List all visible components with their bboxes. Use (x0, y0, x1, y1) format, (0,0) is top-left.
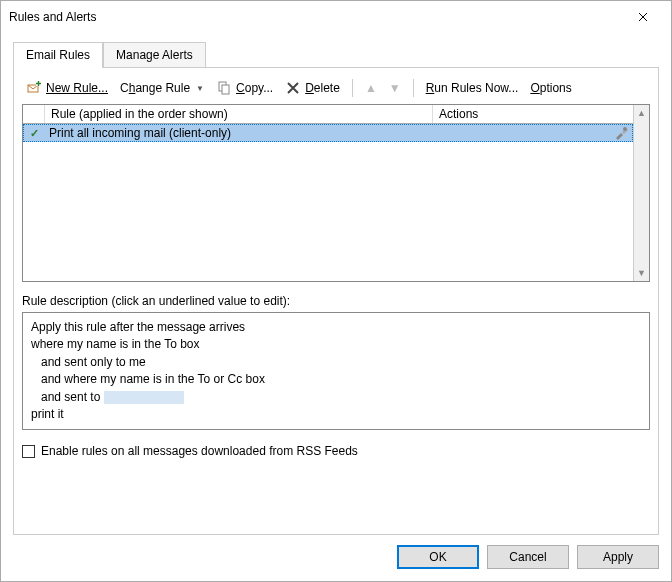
cancel-button[interactable]: Cancel (487, 545, 569, 569)
sent-to-value-link[interactable] (104, 391, 184, 404)
svg-point-4 (623, 127, 627, 131)
change-rule-label: Change Rule (120, 81, 190, 95)
rss-checkbox-label: Enable rules on all messages downloaded … (41, 444, 358, 458)
description-line: and sent to (31, 389, 641, 406)
run-rules-now-label: Run Rules Now... (426, 81, 519, 95)
column-header-actions[interactable]: Actions (433, 105, 633, 123)
rules-list: Rule (applied in the order shown) Action… (22, 104, 650, 282)
delete-button[interactable]: Delete (281, 78, 344, 98)
copy-label: Copy... (236, 81, 273, 95)
description-label: Rule description (click an underlined va… (22, 294, 650, 308)
copy-icon (216, 80, 232, 96)
rules-list-header: Rule (applied in the order shown) Action… (23, 105, 633, 124)
tab-label: Email Rules (26, 48, 90, 62)
scroll-up-icon[interactable]: ▲ (634, 105, 649, 121)
new-rule-icon (26, 80, 42, 96)
ok-button[interactable]: OK (397, 545, 479, 569)
run-rules-now-button[interactable]: Run Rules Now... (422, 79, 523, 97)
scroll-down-icon[interactable]: ▼ (634, 265, 649, 281)
email-rules-panel: New Rule... Change Rule ▼ Copy... De (13, 67, 659, 535)
toolbar-separator (352, 79, 353, 97)
new-rule-label: New Rule... (46, 81, 108, 95)
scrollbar[interactable]: ▲ ▼ (633, 105, 649, 281)
tabstrip: Email Rules Manage Alerts (13, 42, 659, 68)
rules-list-rows: ✓ Print all incoming mail (client-only) (23, 124, 633, 281)
button-label: Apply (603, 550, 633, 564)
close-button[interactable] (623, 3, 663, 31)
new-rule-button[interactable]: New Rule... (22, 78, 112, 98)
dialog-content: Email Rules Manage Alerts New Rule... Ch… (1, 33, 671, 535)
move-up-button[interactable]: ▲ (361, 79, 381, 97)
rules-and-alerts-dialog: Rules and Alerts Email Rules Manage Aler… (0, 0, 672, 582)
titlebar: Rules and Alerts (1, 1, 671, 33)
dialog-footer: OK Cancel Apply (1, 535, 671, 581)
tab-label: Manage Alerts (116, 48, 193, 62)
description-line: and where my name is in the To or Cc box (31, 371, 641, 388)
description-box: Apply this rule after the message arrive… (22, 312, 650, 430)
description-line: Apply this rule after the message arrive… (31, 319, 641, 336)
options-label: Options (530, 81, 571, 95)
column-header-check[interactable] (23, 105, 45, 123)
rss-checkbox-row: Enable rules on all messages downloaded … (22, 444, 650, 458)
delete-label: Delete (305, 81, 340, 95)
button-label: Cancel (509, 550, 546, 564)
toolbar-separator (413, 79, 414, 97)
tab-manage-alerts[interactable]: Manage Alerts (103, 42, 206, 68)
rule-checkbox[interactable]: ✓ (23, 127, 45, 140)
svg-rect-3 (222, 85, 229, 94)
window-title: Rules and Alerts (9, 10, 623, 24)
close-icon (638, 12, 648, 22)
tab-email-rules[interactable]: Email Rules (13, 42, 103, 68)
arrow-down-icon: ▼ (389, 81, 401, 95)
change-rule-button[interactable]: Change Rule ▼ (116, 79, 208, 97)
arrow-up-icon: ▲ (365, 81, 377, 95)
copy-button[interactable]: Copy... (212, 78, 277, 98)
checkmark-icon: ✓ (30, 127, 39, 140)
column-header-rule[interactable]: Rule (applied in the order shown) (45, 105, 433, 123)
description-line: where my name is in the To box (31, 336, 641, 353)
rule-action-icon-cell (433, 125, 633, 141)
description-line: and sent only to me (31, 354, 641, 371)
move-down-button[interactable]: ▼ (385, 79, 405, 97)
rule-row[interactable]: ✓ Print all incoming mail (client-only) (23, 124, 633, 142)
apply-button[interactable]: Apply (577, 545, 659, 569)
hammer-wrench-icon (613, 125, 629, 141)
options-button[interactable]: Options (526, 79, 575, 97)
chevron-down-icon: ▼ (196, 84, 204, 93)
description-line: print it (31, 406, 641, 423)
rss-checkbox[interactable] (22, 445, 35, 458)
toolbar: New Rule... Change Rule ▼ Copy... De (22, 76, 650, 104)
rule-name: Print all incoming mail (client-only) (45, 126, 433, 140)
delete-x-icon (285, 80, 301, 96)
button-label: OK (429, 550, 446, 564)
